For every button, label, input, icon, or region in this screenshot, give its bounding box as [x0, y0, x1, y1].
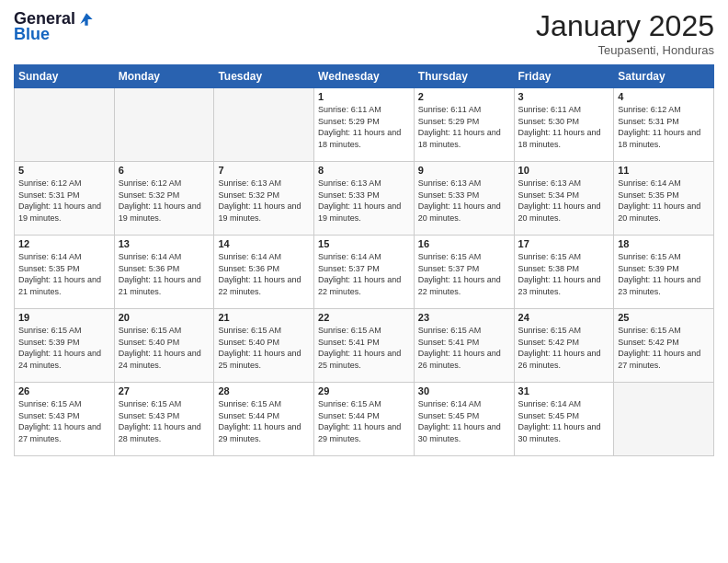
day-info: Sunrise: 6:13 AMSunset: 5:33 PMDaylight:… — [318, 178, 410, 224]
day-number: 9 — [418, 165, 510, 176]
day-number: 5 — [18, 165, 110, 176]
day-number: 11 — [618, 165, 710, 176]
day-info: Sunrise: 6:15 AMSunset: 5:40 PMDaylight:… — [119, 325, 210, 371]
day-info: Sunrise: 6:15 AMSunset: 5:41 PMDaylight:… — [418, 325, 510, 371]
day-info: Sunrise: 6:11 AMSunset: 5:29 PMDaylight:… — [418, 104, 510, 150]
weekday-header-friday: Friday — [514, 65, 614, 88]
day-cell: 15Sunrise: 6:14 AMSunset: 5:37 PMDayligh… — [314, 236, 415, 309]
day-cell: 12Sunrise: 6:14 AMSunset: 5:35 PMDayligh… — [15, 236, 115, 309]
day-info: Sunrise: 6:11 AMSunset: 5:30 PMDaylight:… — [518, 104, 610, 150]
calendar: SundayMondayTuesdayWednesdayThursdayFrid… — [14, 64, 714, 456]
day-cell: 19Sunrise: 6:15 AMSunset: 5:39 PMDayligh… — [15, 309, 115, 383]
day-number: 31 — [518, 385, 610, 396]
day-number: 15 — [318, 238, 410, 249]
week-row-1: 1Sunrise: 6:11 AMSunset: 5:29 PMDaylight… — [15, 88, 714, 162]
weekday-header-row: SundayMondayTuesdayWednesdayThursdayFrid… — [15, 65, 714, 88]
day-cell: 5Sunrise: 6:12 AMSunset: 5:31 PMDaylight… — [15, 162, 115, 236]
weekday-header-tuesday: Tuesday — [214, 65, 314, 88]
weekday-header-monday: Monday — [114, 65, 214, 88]
day-info: Sunrise: 6:15 AMSunset: 5:42 PMDaylight:… — [618, 325, 710, 371]
day-number: 7 — [218, 165, 310, 176]
day-info: Sunrise: 6:15 AMSunset: 5:44 PMDaylight:… — [318, 398, 410, 444]
day-info: Sunrise: 6:13 AMSunset: 5:32 PMDaylight:… — [218, 178, 310, 224]
day-number: 10 — [518, 165, 610, 176]
day-number: 6 — [119, 165, 210, 176]
day-cell — [214, 88, 314, 162]
day-info: Sunrise: 6:13 AMSunset: 5:34 PMDaylight:… — [518, 178, 610, 224]
day-info: Sunrise: 6:14 AMSunset: 5:45 PMDaylight:… — [518, 398, 610, 444]
day-info: Sunrise: 6:12 AMSunset: 5:31 PMDaylight:… — [18, 178, 110, 224]
day-number: 2 — [418, 91, 510, 102]
day-cell: 14Sunrise: 6:14 AMSunset: 5:36 PMDayligh… — [214, 236, 314, 309]
day-cell: 22Sunrise: 6:15 AMSunset: 5:41 PMDayligh… — [314, 309, 415, 383]
month-title: January 2025 — [536, 9, 714, 43]
day-cell: 11Sunrise: 6:14 AMSunset: 5:35 PMDayligh… — [614, 162, 714, 236]
day-cell: 13Sunrise: 6:14 AMSunset: 5:36 PMDayligh… — [114, 236, 214, 309]
day-cell: 28Sunrise: 6:15 AMSunset: 5:44 PMDayligh… — [214, 383, 314, 456]
weekday-header-wednesday: Wednesday — [314, 65, 415, 88]
svg-marker-0 — [80, 13, 92, 25]
logo-blue: Blue — [14, 25, 50, 44]
day-cell — [614, 383, 714, 456]
day-cell: 21Sunrise: 6:15 AMSunset: 5:40 PMDayligh… — [214, 309, 314, 383]
weekday-header-thursday: Thursday — [414, 65, 514, 88]
day-number: 13 — [119, 238, 210, 249]
page: General Blue January 2025 Teupasenti, Ho… — [0, 0, 728, 563]
title-area: January 2025 Teupasenti, Honduras — [536, 9, 714, 57]
week-row-4: 19Sunrise: 6:15 AMSunset: 5:39 PMDayligh… — [15, 309, 714, 383]
week-row-2: 5Sunrise: 6:12 AMSunset: 5:31 PMDaylight… — [15, 162, 714, 236]
day-number: 16 — [418, 238, 510, 249]
day-info: Sunrise: 6:15 AMSunset: 5:40 PMDaylight:… — [218, 325, 310, 371]
day-cell: 8Sunrise: 6:13 AMSunset: 5:33 PMDaylight… — [314, 162, 415, 236]
day-info: Sunrise: 6:15 AMSunset: 5:41 PMDaylight:… — [318, 325, 410, 371]
day-cell: 18Sunrise: 6:15 AMSunset: 5:39 PMDayligh… — [614, 236, 714, 309]
day-number: 14 — [218, 238, 310, 249]
day-info: Sunrise: 6:14 AMSunset: 5:35 PMDaylight:… — [618, 178, 710, 224]
day-info: Sunrise: 6:11 AMSunset: 5:29 PMDaylight:… — [318, 104, 410, 150]
day-cell: 16Sunrise: 6:15 AMSunset: 5:37 PMDayligh… — [414, 236, 514, 309]
day-number: 20 — [119, 312, 210, 323]
day-number: 3 — [518, 91, 610, 102]
day-number: 29 — [318, 385, 410, 396]
day-info: Sunrise: 6:14 AMSunset: 5:36 PMDaylight:… — [218, 251, 310, 297]
day-info: Sunrise: 6:12 AMSunset: 5:31 PMDaylight:… — [618, 104, 710, 150]
day-info: Sunrise: 6:12 AMSunset: 5:32 PMDaylight:… — [119, 178, 210, 224]
day-number: 23 — [418, 312, 510, 323]
day-cell: 9Sunrise: 6:13 AMSunset: 5:33 PMDaylight… — [414, 162, 514, 236]
day-cell: 30Sunrise: 6:14 AMSunset: 5:45 PMDayligh… — [414, 383, 514, 456]
day-cell: 31Sunrise: 6:14 AMSunset: 5:45 PMDayligh… — [514, 383, 614, 456]
day-cell: 4Sunrise: 6:12 AMSunset: 5:31 PMDaylight… — [614, 88, 714, 162]
day-info: Sunrise: 6:13 AMSunset: 5:33 PMDaylight:… — [418, 178, 510, 224]
day-info: Sunrise: 6:14 AMSunset: 5:37 PMDaylight:… — [318, 251, 410, 297]
day-cell: 7Sunrise: 6:13 AMSunset: 5:32 PMDaylight… — [214, 162, 314, 236]
day-info: Sunrise: 6:14 AMSunset: 5:45 PMDaylight:… — [418, 398, 510, 444]
day-number: 4 — [618, 91, 710, 102]
header: General Blue January 2025 Teupasenti, Ho… — [14, 9, 714, 57]
day-info: Sunrise: 6:15 AMSunset: 5:37 PMDaylight:… — [418, 251, 510, 297]
day-cell: 23Sunrise: 6:15 AMSunset: 5:41 PMDayligh… — [414, 309, 514, 383]
day-info: Sunrise: 6:15 AMSunset: 5:42 PMDaylight:… — [518, 325, 610, 371]
day-cell: 25Sunrise: 6:15 AMSunset: 5:42 PMDayligh… — [614, 309, 714, 383]
day-number: 30 — [418, 385, 510, 396]
day-number: 17 — [518, 238, 610, 249]
day-info: Sunrise: 6:14 AMSunset: 5:36 PMDaylight:… — [119, 251, 210, 297]
day-number: 21 — [218, 312, 310, 323]
week-row-3: 12Sunrise: 6:14 AMSunset: 5:35 PMDayligh… — [15, 236, 714, 309]
day-cell: 29Sunrise: 6:15 AMSunset: 5:44 PMDayligh… — [314, 383, 415, 456]
day-info: Sunrise: 6:14 AMSunset: 5:35 PMDaylight:… — [18, 251, 110, 297]
day-cell — [15, 88, 115, 162]
day-number: 1 — [318, 91, 410, 102]
day-number: 28 — [218, 385, 310, 396]
day-number: 22 — [318, 312, 410, 323]
weekday-header-saturday: Saturday — [614, 65, 714, 88]
location: Teupasenti, Honduras — [536, 43, 714, 57]
day-info: Sunrise: 6:15 AMSunset: 5:43 PMDaylight:… — [18, 398, 110, 444]
day-cell: 3Sunrise: 6:11 AMSunset: 5:30 PMDaylight… — [514, 88, 614, 162]
day-cell: 6Sunrise: 6:12 AMSunset: 5:32 PMDaylight… — [114, 162, 214, 236]
day-cell: 17Sunrise: 6:15 AMSunset: 5:38 PMDayligh… — [514, 236, 614, 309]
day-info: Sunrise: 6:15 AMSunset: 5:39 PMDaylight:… — [618, 251, 710, 297]
day-number: 27 — [119, 385, 210, 396]
day-number: 19 — [18, 312, 110, 323]
logo: General Blue — [14, 9, 96, 44]
day-cell — [114, 88, 214, 162]
